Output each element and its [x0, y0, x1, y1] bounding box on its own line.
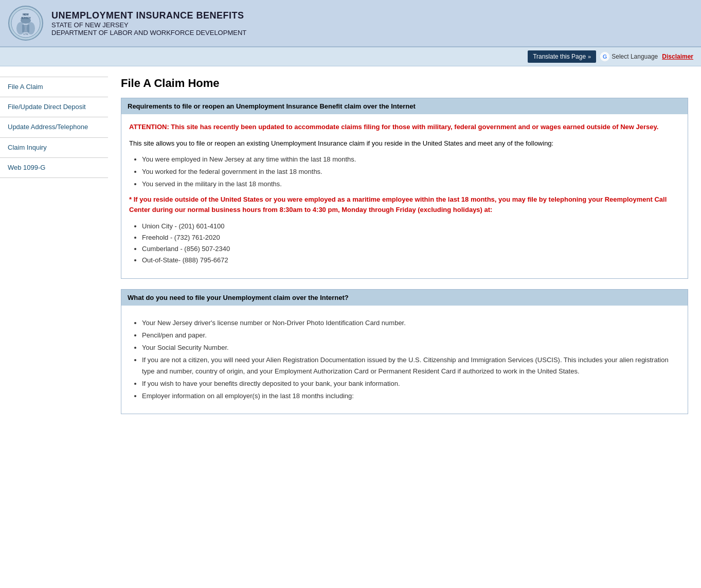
list-item: Union City - (201) 601-4100 — [142, 221, 680, 232]
org-subtitle2: DEPARTMENT OF LABOR AND WORKFORCE DEVELO… — [51, 29, 246, 37]
red-notice-text: * If you reside outside of the United St… — [129, 194, 680, 216]
attention-notice: ATTENTION: This site has recently been u… — [129, 122, 680, 132]
what-you-need-section: What do you need to file your Unemployme… — [121, 289, 688, 415]
list-item: Your New Jersey driver's license number … — [142, 317, 680, 329]
eligibility-bullets: You were employed in New Jersey at any t… — [142, 154, 680, 190]
org-subtitle1: STATE OF NEW JERSEY — [51, 21, 246, 29]
sidebar-item-file-claim[interactable]: File A Claim — [0, 77, 108, 97]
svg-rect-6 — [22, 25, 29, 32]
translate-button-label: Translate this Page — [533, 53, 586, 60]
phone-list: Union City - (201) 601-4100 Freehold - (… — [142, 221, 680, 266]
sidebar-item-claim-inquiry[interactable]: Claim Inquiry — [0, 138, 108, 158]
list-item: Freehold - (732) 761-2020 — [142, 232, 680, 243]
disclaimer-link[interactable]: Disclaimer — [662, 53, 693, 60]
page-header: NEW JERSEY 1776 UNEMPLOYMENT INSURANCE B… — [0, 0, 701, 47]
translate-page-button[interactable]: Translate this Page » — [528, 50, 596, 63]
requirements-section-header: Requirements to file or reopen an Unempl… — [121, 98, 688, 114]
what-you-need-header: What do you need to file your Unemployme… — [121, 290, 688, 306]
list-item: Out-of-State- (888) 795-6672 — [142, 255, 680, 266]
main-content: File A Claim Home Requirements to file o… — [108, 66, 701, 588]
translate-toolbar: Translate this Page » G Select Language … — [0, 47, 701, 66]
list-item: If you are not a citizen, you will need … — [142, 354, 680, 377]
svg-point-7 — [21, 17, 31, 24]
list-item: Employer information on all employer(s) … — [142, 390, 680, 402]
sidebar-item-web-1099g[interactable]: Web 1099-G — [0, 158, 108, 178]
sidebar-nav: File A Claim File/Update Direct Deposit … — [0, 66, 108, 588]
list-item: Cumberland - (856) 507-2340 — [142, 243, 680, 255]
google-icon: G — [600, 52, 609, 61]
what-you-need-body: Your New Jersey driver's license number … — [121, 306, 688, 414]
header-text-block: UNEMPLOYMENT INSURANCE BENEFITS STATE OF… — [51, 10, 246, 37]
list-item: You were employed in New Jersey at any t… — [142, 154, 680, 165]
translate-arrows-icon: » — [588, 54, 591, 60]
list-item: If you wish to have your benefits direct… — [142, 378, 680, 389]
org-title: UNEMPLOYMENT INSURANCE BENEFITS — [51, 10, 246, 21]
list-item: Pencil/pen and paper. — [142, 330, 680, 341]
requirements-bullets: Your New Jersey driver's license number … — [142, 317, 680, 402]
svg-text:1776: 1776 — [24, 33, 29, 35]
requirements-section: Requirements to file or reopen an Unempl… — [121, 98, 688, 279]
select-language-label: Select Language — [612, 53, 658, 60]
nj-seal-logo: NEW JERSEY 1776 — [8, 5, 44, 41]
svg-text:NEW: NEW — [23, 13, 29, 16]
requirements-section-body: ATTENTION: This site has recently been u… — [121, 114, 688, 278]
intro-text: This site allows you to file or reopen a… — [129, 138, 680, 149]
sidebar-item-update-address[interactable]: Update Address/Telephone — [0, 117, 108, 137]
page-title: File A Claim Home — [121, 77, 688, 90]
list-item: You served in the military in the last 1… — [142, 179, 680, 190]
google-translate-widget[interactable]: G Select Language — [600, 52, 658, 61]
list-item: You worked for the federal government in… — [142, 166, 680, 177]
svg-text:G: G — [603, 54, 607, 60]
main-layout: File A Claim File/Update Direct Deposit … — [0, 66, 701, 588]
sidebar-item-direct-deposit[interactable]: File/Update Direct Deposit — [0, 97, 108, 117]
list-item: Your Social Security Number. — [142, 342, 680, 353]
